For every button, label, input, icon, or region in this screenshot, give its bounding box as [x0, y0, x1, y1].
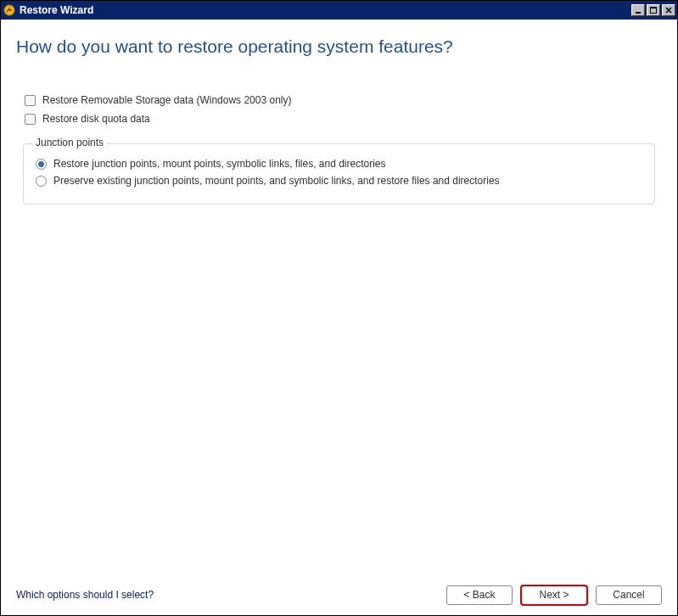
window-title: Restore Wizard [20, 4, 630, 16]
checkbox-icon[interactable] [25, 114, 36, 125]
minimize-button[interactable] [631, 4, 645, 16]
radio-preserve-junction-points[interactable]: Preserve existing junction points, mount… [36, 175, 642, 187]
checkbox-label: Restore disk quota data [42, 113, 150, 125]
checkbox-restore-removable-storage[interactable]: Restore Removable Storage data (Windows … [16, 94, 662, 106]
window-controls [630, 4, 675, 16]
radio-label: Preserve existing junction points, mount… [53, 175, 500, 187]
back-button[interactable]: < Back [446, 585, 513, 605]
checkbox-label: Restore Removable Storage data (Windows … [42, 94, 291, 106]
button-group: < Back Next > Cancel [446, 585, 662, 605]
radio-label: Restore junction points, mount points, s… [53, 158, 386, 170]
svg-rect-3 [650, 7, 657, 8]
cancel-button[interactable]: Cancel [596, 585, 662, 605]
app-icon [3, 3, 16, 17]
content-area: How do you want to restore operating sys… [1, 20, 677, 574]
maximize-button[interactable] [647, 4, 660, 16]
close-button[interactable] [662, 4, 675, 16]
radio-icon[interactable] [36, 176, 47, 187]
svg-rect-1 [636, 12, 641, 14]
radio-restore-junction-points[interactable]: Restore junction points, mount points, s… [36, 158, 642, 170]
checkbox-icon[interactable] [25, 95, 36, 106]
page-heading: How do you want to restore operating sys… [16, 36, 662, 57]
group-legend: Junction points [32, 137, 107, 148]
radio-icon[interactable] [36, 159, 47, 170]
junction-points-group: Junction points Restore junction points,… [23, 143, 655, 204]
help-link[interactable]: Which options should I select? [16, 589, 446, 601]
checkbox-restore-disk-quota[interactable]: Restore disk quota data [16, 113, 662, 125]
titlebar: Restore Wizard [1, 1, 677, 20]
next-button[interactable]: Next > [521, 585, 587, 605]
footer: Which options should I select? < Back Ne… [1, 574, 677, 615]
